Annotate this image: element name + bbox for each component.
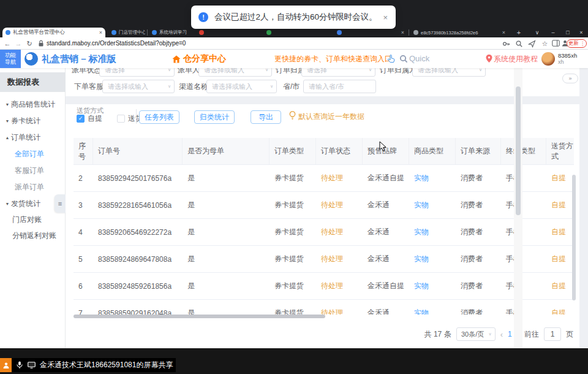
browser-tab-hidden-3[interactable]: × [334, 28, 407, 37]
cell-goods-type-link[interactable]: 实物 [409, 246, 456, 272]
sidebar-item-all-orders[interactable]: 全部订单 [0, 146, 66, 162]
cell-goods-type-link[interactable]: 实物 [409, 219, 456, 245]
new-tab-button[interactable]: + [514, 28, 523, 37]
cell-goods-type-link[interactable]: 实物 [409, 300, 456, 315]
sidebar-item-order-stats[interactable]: ▲ 订单统计 [0, 129, 66, 146]
key-icon[interactable] [502, 40, 510, 48]
side-panel-icon[interactable] [552, 40, 560, 48]
table-row[interactable]: 4 83859206546922272a 是 券卡提货 待处理 金禾通 实物 消… [74, 219, 574, 246]
browser-tab-hash[interactable]: e8c573980b1328a258fd2e6 × [410, 28, 508, 37]
pickup-label[interactable]: 自提 [88, 113, 102, 124]
category-stats-button[interactable]: 归类统计 [194, 110, 235, 124]
table-row[interactable]: 6 83858924859261856a 是 券卡提货 待处理 金禾通自提 实物… [74, 273, 574, 300]
dispatcher-select[interactable]: 请选择或输入 ∨ [198, 68, 272, 77]
share-icon[interactable] [528, 40, 536, 48]
table-row[interactable]: 5 83858924869647808a 是 券卡提货 待处理 金禾通 实物 消… [74, 246, 574, 273]
browser-update-button[interactable]: 更新 ⋮ [567, 39, 587, 48]
browser-tab-hidden-1[interactable] [196, 28, 260, 37]
forward-icon[interactable]: → [13, 37, 23, 50]
province-input[interactable]: 请输入省/市 [303, 80, 376, 93]
share-center-link[interactable]: 仓分享中心 [172, 50, 226, 68]
dispatch-status-select[interactable]: 请选择 ∨ [99, 68, 175, 77]
sidebar: 数据报表 ▼ 商品销售统计 ▼ 券卡统计 ▲ 订单统计 全部订单 客服订单 派单… [0, 68, 66, 348]
table-row[interactable]: 7 83858859029162048a 是 券卡提货 待处理 金禾通 实物 消… [74, 300, 574, 315]
channel-select[interactable]: 请选择或输入 ∨ [206, 80, 277, 93]
horizontal-scrollbar[interactable] [74, 315, 325, 318]
vertical-scrollbar[interactable] [572, 175, 576, 300]
sidebar-item-distribution-rebate[interactable]: 分销返利对账 [0, 227, 66, 244]
col-order-source[interactable]: 订单来源 [456, 138, 501, 164]
zoom-icon[interactable] [515, 40, 523, 48]
cell-is-mother: 是 [183, 273, 270, 299]
tab-close-icon[interactable]: × [401, 29, 404, 36]
location-pin-icon [486, 55, 492, 63]
reload-icon[interactable]: ↻ [24, 37, 34, 50]
dispatch-status-label: 派单状态 [72, 68, 101, 77]
tab-search-chevron-icon[interactable]: ∨ [532, 28, 543, 37]
pickup-checkbox[interactable]: ✓ [77, 115, 85, 123]
total-count: 共 17 条 [424, 329, 451, 340]
tutorial-link[interactable]: 系统使用教程 [494, 50, 538, 68]
col-order-no[interactable]: 订单号 [93, 138, 183, 164]
tab-close-icon[interactable]: × [502, 29, 505, 36]
table-row[interactable]: 2 83859294250176576a 是 券卡提货 待处理 金禾通自提 实物… [74, 165, 574, 192]
sidebar-item-product-sales[interactable]: ▼ 商品销售统计 [0, 96, 66, 113]
col-delivery-method[interactable]: 送货方式 [546, 138, 574, 164]
col-goods-type[interactable]: 商品类型 [409, 138, 456, 164]
toast-close-icon[interactable]: × [383, 13, 388, 22]
sidebar-item-store-reconciliation[interactable]: 门店对账 [0, 212, 66, 228]
url-text[interactable]: standard.maboy.cn/OrderStatisticsDetail?… [47, 37, 186, 50]
window-close-button[interactable]: × [576, 28, 587, 37]
sidebar-item-coupon-stats[interactable]: ▼ 券卡统计 [0, 113, 66, 129]
current-page[interactable]: 1 [508, 330, 512, 338]
chevron-down-icon: ∨ [168, 68, 171, 76]
quick-search-icon[interactable] [399, 55, 408, 63]
scrollbar-thumb[interactable] [516, 86, 521, 215]
cell-goods-type-link[interactable]: 实物 [409, 165, 456, 191]
page-size-select[interactable]: 30条/页 ∨ [456, 327, 496, 341]
order-owner-select[interactable]: 请选择 ∨ [301, 68, 375, 77]
select-placeholder: 请选择 [307, 68, 327, 74]
col-order-status[interactable]: 订单状态 [316, 138, 363, 164]
sidebar-collapse-handle[interactable]: ≡ [55, 194, 66, 213]
col-order-type[interactable]: 订单类型 [270, 138, 316, 164]
share-participant-icon[interactable] [0, 358, 12, 372]
username-main: 8385xh [558, 52, 577, 59]
select-placeholder: 请选择或输入 [212, 83, 252, 90]
filters-expand-button[interactable]: » [562, 74, 578, 83]
quick-label[interactable]: Quick [409, 50, 429, 68]
prev-page-button[interactable]: ‹ [500, 330, 503, 339]
table-row[interactable]: 3 83859228165461056a 是 券卡提货 待处理 金禾通 实物 消… [74, 192, 574, 219]
browser-tab-hidden-2[interactable] [263, 28, 331, 37]
goto-page-input[interactable] [544, 327, 561, 341]
window-maximize-button[interactable]: □ [562, 28, 573, 37]
cell-delivery: 自提 [546, 192, 574, 218]
col-is-mother[interactable]: 是否为母单 [183, 138, 270, 164]
export-button[interactable]: 导出 [251, 110, 281, 124]
col-index[interactable]: 序号 [74, 138, 93, 164]
chevron-down-icon: ▼ [4, 119, 11, 123]
bookmark-star-icon[interactable]: ☆ [541, 40, 549, 48]
order-owner-side-select[interactable]: 请选择或输入 ∨ [412, 68, 486, 77]
browser-tab-gift-admin[interactable]: 礼盒营销平台管理中心 × [2, 28, 105, 37]
user-avatar[interactable] [541, 52, 555, 66]
tab-close-icon[interactable]: × [99, 29, 102, 36]
browser-tab-store-admin[interactable]: 门店管理中心 × [108, 28, 145, 37]
browser-page-scrollbar[interactable] [514, 68, 522, 348]
service-select[interactable]: 请选择或输入 ∨ [102, 80, 175, 93]
lock-icon [38, 40, 44, 47]
cell-goods-type-link[interactable]: 实物 [409, 273, 456, 299]
function-nav-toggle[interactable]: 功能 导航 [0, 50, 21, 68]
browser-tab-training[interactable]: 系统培训学习 [149, 28, 193, 37]
col-terminal-type[interactable]: 终端类型 [501, 138, 546, 164]
window-minimize-button[interactable]: – [548, 28, 559, 37]
cell-goods-type-link[interactable]: 实物 [409, 192, 456, 218]
cell-order-no: 83859206546922272a [93, 219, 183, 245]
sidebar-item-dispatch-orders[interactable]: 派单订单 [0, 179, 66, 196]
cell-index: 3 [74, 192, 93, 218]
task-list-button[interactable]: 任务列表 [139, 110, 179, 124]
delivery-checkbox[interactable] [117, 115, 125, 123]
sidebar-item-service-orders[interactable]: 客服订单 [0, 162, 66, 179]
screen: 礼盒营销平台管理中心 × 门店管理中心 × 系统培训学习 × e8c573980… [0, 0, 588, 374]
back-icon[interactable]: ← [2, 37, 12, 50]
